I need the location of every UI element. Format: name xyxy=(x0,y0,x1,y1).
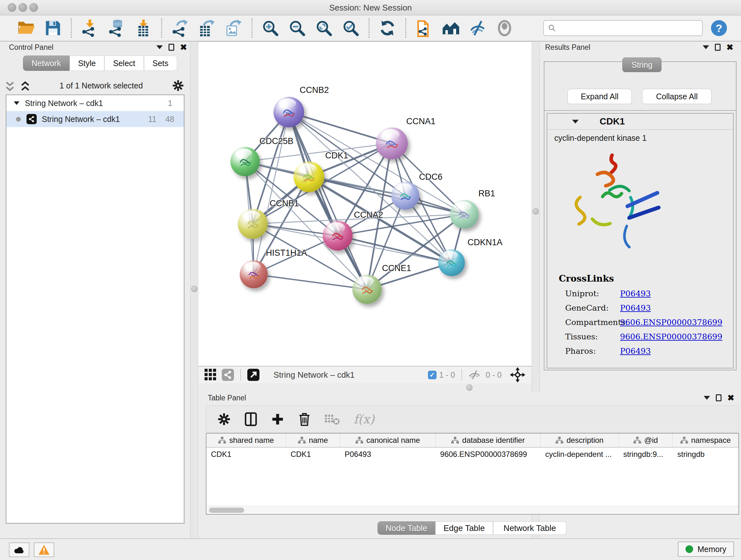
column-header-database-identifier[interactable]: database identifier xyxy=(435,434,541,447)
show-columns-icon[interactable] xyxy=(244,412,258,426)
network-node-CCNA2[interactable] xyxy=(323,221,353,251)
collapse-all-button[interactable]: Collapse All xyxy=(642,89,712,104)
horizontal-splitter-handle[interactable] xyxy=(466,384,473,391)
network-list-toolbar: 1 of 1 Network selected xyxy=(0,79,190,92)
export-image-icon[interactable] xyxy=(225,19,243,37)
expand-all-networks-icon[interactable] xyxy=(20,81,30,90)
string-sites-icon[interactable] xyxy=(442,19,460,37)
zoom-fit-icon[interactable] xyxy=(315,19,333,37)
zoom-out-icon[interactable] xyxy=(288,19,306,37)
add-column-icon[interactable] xyxy=(271,412,285,426)
network-node-CCNB1[interactable] xyxy=(238,209,268,239)
collapse-panel-icon[interactable] xyxy=(156,45,163,49)
collapse-all-networks-icon[interactable] xyxy=(4,81,15,90)
node-label-CCNB1: CCNB1 xyxy=(270,199,299,208)
column-header-canonical-name[interactable]: canonical name xyxy=(340,434,435,447)
memory-button[interactable]: Memory xyxy=(678,542,734,557)
column-header-shared-name[interactable]: shared name xyxy=(206,434,286,447)
search-icon xyxy=(548,23,556,33)
hidden-node-edge-count: 0 - 0 xyxy=(486,370,502,380)
import-table-icon[interactable] xyxy=(134,19,152,37)
crosslink-link[interactable]: 9606.ENSP00000378699 xyxy=(620,332,723,341)
tab-network-table[interactable]: Network Table xyxy=(493,521,566,535)
table-row[interactable]: CDK1CDK1P064939606.ENSP00000378699cyclin… xyxy=(206,448,738,461)
tab-sets[interactable]: Sets xyxy=(144,56,177,71)
network-node-CDC25B[interactable] xyxy=(230,147,260,176)
open-session-icon[interactable] xyxy=(17,19,35,37)
fit-content-crosshair-icon[interactable] xyxy=(510,367,525,382)
birds-eye-view-icon[interactable] xyxy=(205,369,217,381)
network-canvas[interactable]: CCNB2 CCNA1 CDC25B CDK1 CDC6 RB1 xyxy=(198,42,532,366)
export-view-icon[interactable] xyxy=(247,369,259,381)
tab-select[interactable]: Select xyxy=(105,56,144,71)
table-settings-gear-icon[interactable] xyxy=(217,412,231,426)
column-header-name[interactable]: name xyxy=(286,434,340,447)
left-splitter-handle[interactable] xyxy=(191,286,198,292)
network-node-CCNA1[interactable] xyxy=(376,127,408,159)
entry-expand-icon[interactable] xyxy=(572,120,579,124)
refresh-icon[interactable] xyxy=(379,19,396,37)
zoom-selected-icon[interactable] xyxy=(342,19,360,37)
network-node-RB1[interactable] xyxy=(450,200,479,229)
crosslink-label: Pharos: xyxy=(565,347,620,356)
import-network-database-icon[interactable] xyxy=(108,19,125,37)
network-node-CCNB2[interactable] xyxy=(273,97,304,127)
export-table-icon[interactable] xyxy=(198,19,216,37)
network-node-HIST1H1A[interactable] xyxy=(240,260,268,288)
float-results-icon[interactable] xyxy=(715,44,721,51)
help-button[interactable]: ? xyxy=(711,20,727,36)
cloud-sync-button[interactable] xyxy=(9,543,29,557)
network-options-gear-icon[interactable] xyxy=(172,79,185,92)
string-eye-settings-icon[interactable] xyxy=(469,19,487,37)
node-label-CCNB2: CCNB2 xyxy=(300,85,329,95)
crosslink-link[interactable]: P06493 xyxy=(620,303,651,313)
tab-node-table[interactable]: Node Table xyxy=(378,521,435,535)
search-box[interactable] xyxy=(543,20,703,36)
collapse-results-icon[interactable] xyxy=(703,45,709,49)
column-header-description[interactable]: description xyxy=(541,434,618,447)
import-network-file-icon[interactable] xyxy=(81,19,98,37)
expand-all-button[interactable]: Expand All xyxy=(567,89,632,104)
zoom-in-icon[interactable] xyxy=(261,19,279,37)
left-splitter[interactable] xyxy=(190,42,198,538)
crosslink-link[interactable]: 9606.ENSP00000378699 xyxy=(620,318,723,327)
string-hide-results-icon[interactable] xyxy=(495,19,514,37)
table-horizontal-scrollbar[interactable] xyxy=(206,506,738,514)
search-input[interactable] xyxy=(559,23,698,33)
tab-style[interactable]: Style xyxy=(70,56,105,71)
network-node-CDC6[interactable] xyxy=(391,182,419,210)
column-header-@id[interactable]: @id xyxy=(619,434,673,447)
crosslink-link[interactable]: P06493 xyxy=(620,289,651,298)
warnings-button[interactable] xyxy=(34,543,54,557)
string-document-icon[interactable] xyxy=(415,19,433,37)
crosslink-link[interactable]: P06493 xyxy=(620,347,651,356)
network-overview-share-icon[interactable] xyxy=(222,369,234,381)
scrollbar-thumb[interactable] xyxy=(209,508,244,513)
network-node-CDKN1A[interactable] xyxy=(438,249,465,276)
float-panel-icon[interactable] xyxy=(169,44,174,51)
close-panel-icon[interactable]: ✖ xyxy=(180,43,187,51)
tab-string[interactable]: String xyxy=(622,57,662,72)
network-node-CDK1[interactable] xyxy=(293,162,324,192)
network-row-selected[interactable]: String Network – cdk1 11 48 xyxy=(6,111,184,127)
export-network-icon[interactable] xyxy=(171,19,189,37)
column-header-namespace[interactable]: namespace xyxy=(673,434,738,447)
table-header-row: shared namenamecanonical namedatabase id… xyxy=(206,434,738,448)
network-node-CCNE1[interactable] xyxy=(352,274,382,304)
crosslink-label: GeneCard: xyxy=(565,303,620,313)
save-session-icon[interactable] xyxy=(44,19,62,37)
delete-column-icon[interactable] xyxy=(297,412,312,426)
tab-edge-table[interactable]: Edge Table xyxy=(435,521,493,535)
network-view: CCNB2 CCNA1 CDC25B CDK1 CDC6 RB1 xyxy=(198,42,532,383)
collapse-table-icon[interactable] xyxy=(704,396,710,400)
table-cell: stringdb xyxy=(673,448,739,461)
node-entry-header[interactable]: CDK1 xyxy=(547,114,733,130)
network-collection-row[interactable]: String Network – cdk1 1 xyxy=(6,95,184,111)
collection-expand-icon[interactable] xyxy=(14,102,19,105)
selected-checkbox-icon[interactable]: ✓ xyxy=(428,371,436,379)
close-table-icon[interactable]: ✖ xyxy=(727,394,734,402)
tab-network[interactable]: Network xyxy=(23,56,70,71)
right-splitter-handle[interactable] xyxy=(533,208,539,214)
float-table-icon[interactable] xyxy=(716,394,722,401)
close-results-icon[interactable]: ✖ xyxy=(726,43,733,51)
